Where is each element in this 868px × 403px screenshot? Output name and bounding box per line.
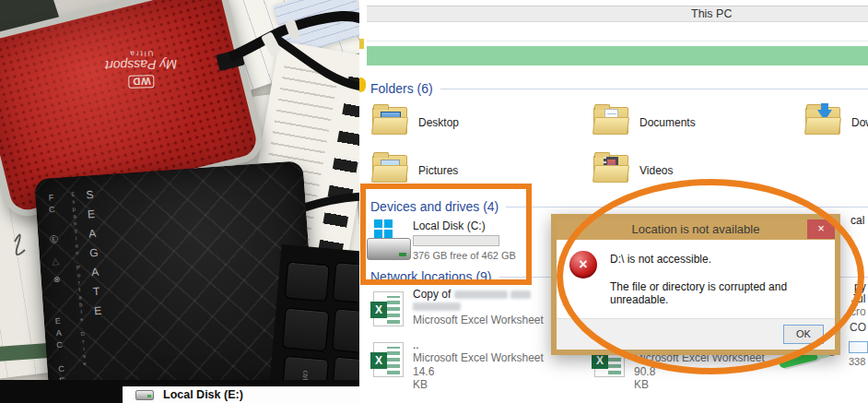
excel-file-icon: X [373, 291, 404, 326]
photo-hard-drives: WD My Passport Ultra FC Ⓔ △ ⊗ EAC CE Exp… [0, 0, 359, 403]
explorer-title-bar: This PC [367, 6, 868, 22]
sidebar-strip-local-disk-e[interactable]: Local Disk (E:) [123, 386, 359, 403]
folder-item-downloads[interactable]: Downloads [805, 105, 868, 142]
keyboard-key [285, 262, 330, 302]
redacted-text [510, 290, 531, 299]
occluded-text-fragment: cal [850, 214, 864, 227]
seagate-cert-marks: FC Ⓔ △ ⊗ [44, 193, 63, 288]
file-name: Copy of [413, 288, 451, 301]
drive-size-fragment: 338 G [849, 356, 868, 367]
pictures-folder-icon [372, 155, 407, 183]
occluded-sidebar-icon-fragment [359, 77, 366, 92]
videos-folder-icon [593, 155, 628, 183]
annotation-rectangle [360, 184, 532, 285]
file-size: 90.8 KB [634, 365, 655, 391]
keyboard-key [282, 307, 330, 351]
local-disk-e-label: Local Disk (E:) [163, 388, 243, 401]
folder-label: Desktop [418, 116, 459, 129]
desktop-folder-icon [372, 107, 407, 135]
occluded-text-fragment: CO [850, 321, 866, 334]
file-type: Microsoft Excel Worksheet [413, 351, 544, 364]
keyboard-key [332, 308, 359, 354]
drive-icon [135, 390, 154, 400]
folder-label: Downloads [851, 116, 868, 129]
file-type: Microsoft Excel Worksheet [413, 314, 544, 326]
folder-item-desktop[interactable]: Desktop [372, 105, 584, 142]
screenshot-root: WD My Passport Ultra FC Ⓔ △ ⊗ EAC CE Exp… [0, 0, 868, 403]
folder-item-documents[interactable]: Documents [593, 105, 805, 142]
documents-folder-icon [593, 107, 628, 135]
file-name: .. [413, 338, 419, 351]
occluded-sidebar-icon-fragment [359, 39, 364, 49]
folder-label: Videos [639, 164, 673, 177]
redacted-text [413, 302, 461, 311]
capacity-bar-fragment [849, 341, 868, 353]
divider-line [367, 41, 868, 41]
downloads-folder-icon [805, 107, 840, 135]
folders-header-label: Folders (6) [370, 81, 433, 96]
annotation-ellipse [557, 179, 864, 374]
seagate-cert-marks-2: EAC CE [53, 316, 66, 389]
excel-file-icon: X [373, 342, 404, 377]
redacted-text [454, 290, 508, 299]
group-header-folders[interactable]: Folders (6) [370, 81, 868, 96]
group-header-rule [440, 89, 868, 89]
keyboard-key [333, 262, 359, 304]
seagate-brand: SEAGATE [83, 188, 105, 325]
selection-highlight-bar [367, 46, 868, 65]
folder-label: Documents [639, 116, 696, 129]
folder-label: Pictures [418, 164, 458, 177]
file-size: 14.6 KB [413, 365, 434, 391]
window-title: This PC [691, 7, 732, 20]
